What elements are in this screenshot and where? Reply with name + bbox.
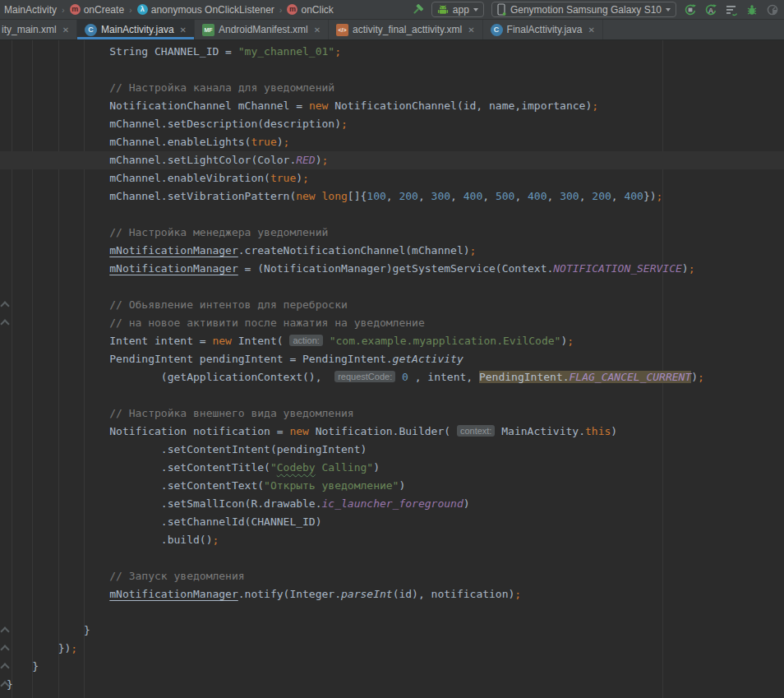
code-line[interactable]: mChannel.enableVibration(true); xyxy=(0,169,784,187)
code-line[interactable]: }); xyxy=(0,640,784,658)
code-line[interactable]: .setContentTitle("Codeby Calling") xyxy=(0,459,784,477)
tab-label: activity_final_acttivity.xml xyxy=(353,24,462,35)
code-line[interactable]: // Настройка внешнего вида уведомления xyxy=(0,404,784,423)
code-line[interactable]: mNotificationManager.notify(Integer.pars… xyxy=(0,585,784,603)
apply-code-changes-icon[interactable]: A xyxy=(704,3,717,16)
code-line[interactable]: .setSmallIcon(R.drawable.ic_launcher_for… xyxy=(0,495,784,513)
code-line[interactable]: .setChannelId(CHANNEL_ID) xyxy=(0,513,784,531)
code-line[interactable]: // Запуск уведомления xyxy=(0,567,784,585)
breadcrumb-label: onClick xyxy=(301,4,333,16)
tab-label: FinalActtivity.java xyxy=(507,24,583,35)
code-line[interactable] xyxy=(0,603,784,622)
editor-tabs: ity_main.xml✕CMainActivity.java✕MFAndroi… xyxy=(0,20,784,40)
tab-label: MainActivity.java xyxy=(101,24,173,35)
module-selector-label: app xyxy=(453,4,469,16)
anonymous-class-icon: λ xyxy=(137,4,148,15)
code-line[interactable]: // Настройка менеджера уведомлений xyxy=(0,224,784,242)
close-icon[interactable]: ✕ xyxy=(180,25,187,35)
method-icon: m xyxy=(287,4,297,15)
code-line[interactable] xyxy=(0,61,784,79)
breadcrumb-item[interactable]: λanonymous OnClickListener xyxy=(135,4,277,16)
code-line[interactable]: mChannel.enableLights(true); xyxy=(0,133,784,151)
code-line[interactable]: Notification notification = new Notifica… xyxy=(0,423,784,441)
tab-AndroidManifest.xml[interactable]: MFAndroidManifest.xml✕ xyxy=(195,20,329,39)
code-line[interactable]: PendingIntent pendingIntent = PendingInt… xyxy=(0,350,784,368)
breadcrumb-label: MainActivity xyxy=(4,4,57,16)
close-icon[interactable]: ✕ xyxy=(314,25,321,35)
code-line[interactable] xyxy=(0,386,784,404)
method-icon: m xyxy=(70,4,81,15)
breadcrumb-item[interactable]: MainActivity xyxy=(2,4,59,16)
code-line[interactable]: mChannel.setVibrationPattern(new long[]{… xyxy=(0,187,784,206)
breadcrumb: MainActivity›monCreate›λanonymous OnClic… xyxy=(2,4,336,16)
code-line[interactable]: // Обьявление интентов для переброски xyxy=(0,296,784,314)
build-variants-icon[interactable] xyxy=(725,3,738,16)
code-line[interactable]: mChannel.setDescription(description); xyxy=(0,115,784,133)
chevron-down-icon xyxy=(666,8,671,12)
breadcrumb-item[interactable]: monCreate xyxy=(67,4,127,16)
device-selector[interactable]: Genymotion Samsung Galaxy S10 xyxy=(491,2,676,17)
code-line[interactable]: .build(); xyxy=(0,531,784,549)
breadcrumb-separator: › xyxy=(128,5,133,15)
svg-text:A: A xyxy=(708,6,714,14)
module-selector[interactable]: app xyxy=(431,2,484,17)
breadcrumb-separator: › xyxy=(61,5,66,15)
tab-MainActivity.java[interactable]: CMainActivity.java✕ xyxy=(77,20,195,39)
tab-activity_final_acttivity.xml[interactable]: </>activity_final_acttivity.xml✕ xyxy=(329,20,483,39)
breadcrumb-separator: › xyxy=(279,5,284,15)
code-line[interactable]: String CHANNEL_ID = "my_channel_01"; xyxy=(0,43,784,61)
close-icon[interactable]: ✕ xyxy=(588,25,594,35)
java-class-icon: C xyxy=(491,24,503,36)
java-class-icon: C xyxy=(85,24,97,36)
apply-changes-icon[interactable] xyxy=(684,3,697,16)
chevron-down-icon xyxy=(473,8,478,12)
code-line[interactable]: // Настройка канала для уведомлений xyxy=(0,79,784,97)
code-line[interactable] xyxy=(0,549,784,567)
tab-FinalActtivity.java[interactable]: CFinalActtivity.java✕ xyxy=(483,20,603,39)
manifest-file-icon: MF xyxy=(202,24,214,36)
code-line[interactable]: mNotificationManager.createNotificationC… xyxy=(0,242,784,260)
code-line[interactable]: } xyxy=(0,676,784,694)
code-line[interactable]: mNotificationManager = (NotificationMana… xyxy=(0,260,784,278)
tab-ity_main.xml[interactable]: ity_main.xml✕ xyxy=(0,20,77,39)
device-phone-icon xyxy=(497,3,506,16)
code-line[interactable] xyxy=(0,278,784,296)
code-line[interactable] xyxy=(0,206,784,224)
navigation-bar: MainActivity›monCreate›λanonymous OnClic… xyxy=(0,0,784,20)
breadcrumb-item[interactable]: monClick xyxy=(284,4,335,16)
code-line[interactable]: // на новое активити после нажатия на ув… xyxy=(0,314,784,332)
tab-label: ity_main.xml xyxy=(2,24,57,35)
code-line[interactable]: NotificationChannel mChannel = new Notif… xyxy=(0,97,784,115)
android-studio-window: MainActivity›monCreate›λanonymous OnClic… xyxy=(0,0,784,698)
profile-icon[interactable] xyxy=(766,3,779,16)
debug-icon[interactable] xyxy=(745,3,759,16)
code-line[interactable]: mChannel.setLightColor(Color.RED); xyxy=(0,151,784,169)
code-line[interactable]: } xyxy=(0,658,784,676)
code-line[interactable]: .setContentIntent(pendingIntent) xyxy=(0,441,784,459)
xml-file-icon: </> xyxy=(336,24,348,36)
code-editor[interactable]: String CHANNEL_ID = "my_channel_01"; // … xyxy=(0,40,784,698)
build-hammer-icon[interactable] xyxy=(411,3,424,16)
close-icon[interactable]: ✕ xyxy=(62,25,69,35)
run-toolbar: app Genymotion Samsung Galaxy S10 A xyxy=(411,2,779,17)
close-icon[interactable]: ✕ xyxy=(468,25,474,35)
breadcrumb-label: anonymous OnClickListener xyxy=(151,4,274,16)
tab-label: AndroidManifest.xml xyxy=(219,24,308,35)
breadcrumb-label: onCreate xyxy=(84,4,124,16)
code-line[interactable]: (getApplicationContext(), requestCode: 0… xyxy=(0,368,784,386)
device-selector-label: Genymotion Samsung Galaxy S10 xyxy=(510,4,662,16)
code-line[interactable]: Intent intent = new Intent( action: "com… xyxy=(0,332,784,350)
code-line[interactable]: } xyxy=(0,622,784,640)
code-content: String CHANNEL_ID = "my_channel_01"; // … xyxy=(0,43,784,694)
android-robot-icon xyxy=(437,4,449,16)
code-line[interactable]: .setContentText("Открыть уведомление") xyxy=(0,477,784,495)
